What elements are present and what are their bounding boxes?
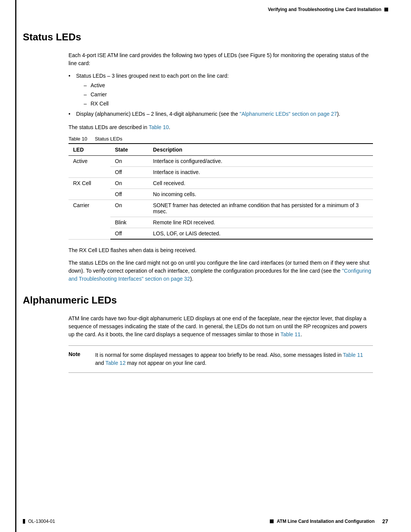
note-table11-link[interactable]: Table 11	[343, 352, 363, 358]
cell-desc: Remote line RDI received.	[148, 217, 373, 228]
section1-body: Each 4-port ISE ATM line card provides t…	[68, 51, 373, 283]
cell-desc: Interface is configured/active.	[148, 156, 373, 167]
page-footer: OL-13004-01 ATM Line Card Installation a…	[0, 518, 411, 524]
table10-link[interactable]: Table 10	[149, 124, 169, 130]
section2-body: ATM line cards have two four-digit alpha…	[68, 315, 373, 373]
note-box: Note It is normal for some displayed mes…	[68, 345, 373, 373]
section1-intro: Each 4-port ISE ATM line card provides t…	[68, 51, 373, 67]
col-header-led: LED	[68, 144, 110, 156]
bullet-item-2: Display (alphanumeric) LEDs – 2 lines, 4…	[68, 110, 373, 118]
table-row: Off No incoming cells.	[68, 189, 373, 200]
col-header-desc: Description	[148, 144, 373, 156]
main-content: Status LEDs Each 4-port ISE ATM line car…	[0, 16, 411, 396]
footer-doc-title: ATM Line Card Installation and Configura…	[277, 519, 374, 524]
dash-list: Active Carrier RX Cell	[84, 81, 373, 108]
table-ref-text: The status LEDs are described in Table 1…	[68, 123, 373, 131]
page: Verifying and Troubleshooting Line Card …	[0, 0, 411, 532]
table-row: Blink Remote line RDI received.	[68, 217, 373, 228]
cell-led: Active	[68, 156, 110, 178]
cell-state: On	[110, 178, 148, 189]
bullet-item-1: Status LEDs – 3 lines grouped next to ea…	[68, 72, 373, 108]
section2-heading: Alphanumeric LEDs	[23, 294, 388, 306]
page-header: Verifying and Troubleshooting Line Card …	[0, 0, 411, 16]
footer-square-icon	[270, 519, 274, 523]
table-row: RX Cell On Cell received.	[68, 178, 373, 189]
cell-state: Off	[110, 189, 148, 200]
table-caption-title: Status LEDs	[95, 136, 122, 142]
cell-desc: LOS, LOF, or LAIS detected.	[148, 228, 373, 240]
status-leds-table: LED State Description Active On Interfac…	[68, 143, 373, 240]
cell-led: RX Cell	[68, 178, 110, 200]
header-square-icon	[384, 8, 388, 11]
table11-link[interactable]: Table 11	[280, 331, 301, 337]
cell-desc: SONET framer has detected an inframe con…	[148, 200, 373, 217]
left-border	[15, 0, 16, 532]
section2-intro: ATM line cards have two four-digit alpha…	[68, 315, 373, 339]
rxcell-note: The RX Cell LED flashes when data is bei…	[68, 246, 373, 254]
footer-bar-icon	[23, 519, 25, 524]
footer-right: ATM Line Card Installation and Configura…	[270, 518, 388, 524]
note-content: It is normal for some displayed messages…	[95, 351, 373, 367]
footer-doc-id: OL-13004-01	[28, 519, 55, 524]
cell-led: Carrier	[68, 200, 110, 240]
table-row: Off Interface is inactive.	[68, 167, 373, 178]
table-caption: Table 10 Status LEDs	[68, 136, 373, 142]
cell-state: On	[110, 156, 148, 167]
bullet-list: Status LEDs – 3 lines grouped next to ea…	[68, 72, 373, 118]
cell-state: Off	[110, 167, 148, 178]
cell-state: Off	[110, 228, 148, 240]
status-led-note2: The status LEDs on the line card might n…	[68, 259, 373, 283]
note-table12-link[interactable]: Table 12	[105, 360, 126, 366]
header-title: Verifying and Troubleshooting Line Card …	[268, 7, 381, 12]
cell-desc: Interface is inactive.	[148, 167, 373, 178]
cell-desc: Cell received.	[148, 178, 373, 189]
cell-state: On	[110, 200, 148, 217]
table-caption-label: Table 10	[68, 136, 87, 142]
col-header-state: State	[110, 144, 148, 156]
table-row: Carrier On SONET framer has detected an …	[68, 200, 373, 217]
note-label: Note	[68, 351, 95, 357]
alphanumeric-leds-link[interactable]: "Alphanumeric LEDs" section on page 27	[240, 111, 337, 117]
section1-heading: Status LEDs	[23, 31, 388, 43]
dash-item-carrier: Carrier	[84, 91, 373, 99]
table-row: Off LOS, LOF, or LAIS detected.	[68, 228, 373, 240]
footer-page-number: 27	[382, 518, 388, 524]
cell-state: Blink	[110, 217, 148, 228]
dash-item-active: Active	[84, 81, 373, 89]
table-row: Active On Interface is configured/active…	[68, 156, 373, 167]
footer-left: OL-13004-01	[23, 519, 55, 524]
cell-desc: No incoming cells.	[148, 189, 373, 200]
dash-item-rxcell: RX Cell	[84, 100, 373, 108]
